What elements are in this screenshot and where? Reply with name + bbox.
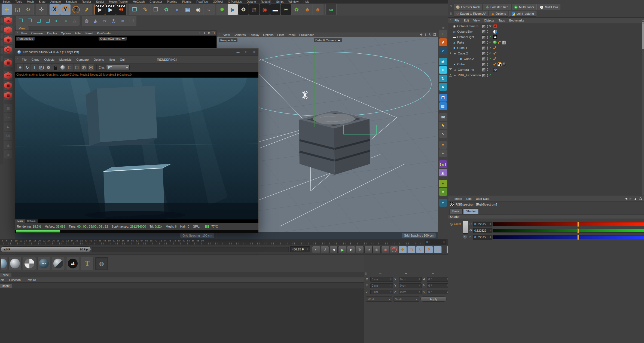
rotate-view-icon[interactable]: ↻ <box>429 33 431 36</box>
octane-camera-tag[interactable] <box>493 24 497 28</box>
layer-chip[interactable] <box>482 52 486 56</box>
character-rotate-icon[interactable]: ↻ <box>439 75 447 82</box>
live-viewer-menu-item[interactable]: Cloud <box>29 58 42 61</box>
play-loop-button[interactable]: ↻ <box>356 246 364 253</box>
play-forwards-button[interactable]: ▶ <box>338 246 346 253</box>
menubar-item[interactable]: 3DToAll <box>211 0 225 4</box>
timeline-ruler[interactable]: 4681012141618202224262830323436384042444… <box>0 239 448 245</box>
tab-shader[interactable]: Shader <box>463 209 479 214</box>
enabled-check-icon[interactable]: ✓ <box>489 57 492 60</box>
material-thumb-half[interactable] <box>52 257 65 270</box>
drag-handle[interactable] <box>16 58 18 61</box>
pan-view-icon[interactable]: ✛ <box>420 33 422 36</box>
layer-chip[interactable] <box>482 46 486 50</box>
goto-start-button[interactable]: ⇤ <box>312 246 320 253</box>
object-row[interactable]: +●PBR_Experiment✓ <box>448 72 644 78</box>
object-row[interactable]: ■Cube.1✓ <box>448 45 644 51</box>
key-pla-button[interactable]: ∷ <box>434 246 442 253</box>
multicloner-button[interactable]: MultiCloner <box>512 4 537 10</box>
object-row[interactable]: ▬OctaneLight✓ <box>448 34 644 40</box>
goto-end-button[interactable]: ⇥ <box>364 246 373 253</box>
drag-handle[interactable] <box>16 32 18 35</box>
spinner-icon[interactable]: ⇕ <box>443 241 445 243</box>
octane-camera-icon[interactable]: ◉ <box>4 35 13 44</box>
frame-spinner[interactable]: 0 F ⇕ <box>425 240 446 244</box>
position-x-field[interactable]: 0 cm⇕ <box>370 277 393 282</box>
copy-icon[interactable]: ❐ <box>439 94 447 102</box>
boole-intersect-button[interactable]: ◑ <box>61 16 70 25</box>
menubar-item[interactable]: Tools <box>13 0 25 4</box>
motion-paths-icon[interactable]: ≈ <box>439 83 447 91</box>
visibility-dots[interactable] <box>487 68 489 72</box>
projection-label[interactable]: Perspective <box>16 37 35 41</box>
live-viewer-menu-item[interactable]: Compare <box>74 58 91 61</box>
viewport-menu-item[interactable]: View <box>19 32 29 35</box>
forester-tree-button[interactable]: ♣ <box>302 4 312 15</box>
cone-sphere-2-icon[interactable]: ◮ <box>4 150 12 158</box>
enabled-check-icon[interactable]: ✓ <box>489 35 492 39</box>
live-viewer-menu-item[interactable]: File <box>19 58 29 61</box>
deformer-blob-button[interactable]: ◎ <box>109 16 118 25</box>
layer-chip[interactable] <box>482 35 486 39</box>
object-name[interactable]: OctaneSky <box>457 30 472 33</box>
object-row[interactable]: └■Cube.2✓ <box>448 56 644 62</box>
octane-list-icon[interactable]: ☰ <box>4 91 13 100</box>
select-cursor-icon[interactable]: ↖ <box>439 130 447 138</box>
expand-color-button[interactable]: ▸ <box>463 234 467 239</box>
play-backwards-button[interactable]: ↺ <box>321 246 329 253</box>
pen-visibility-icon[interactable]: ✎ <box>439 122 447 129</box>
render-view-button[interactable]: ▶ <box>95 4 105 15</box>
shader-section-header[interactable]: Shader <box>448 214 644 219</box>
live-viewer-menu-item[interactable]: Help <box>106 58 118 61</box>
menubar-item[interactable]: X-Particles <box>225 0 244 4</box>
key-position-button[interactable]: ✛ <box>399 246 407 253</box>
drag-handle[interactable] <box>450 12 452 15</box>
menubar-item[interactable]: Redshift <box>258 0 274 4</box>
am-menu-item[interactable]: Mode <box>452 197 464 200</box>
om-menu-item[interactable]: File <box>452 19 462 22</box>
enabled-check-icon[interactable]: ✓ <box>489 46 492 50</box>
drag-handle[interactable] <box>218 33 220 36</box>
current-frame-field[interactable]: 456.25 F ⇕ <box>290 246 310 252</box>
menubar-item[interactable]: Animate <box>48 0 63 4</box>
deformer-cage-button[interactable]: ❒ <box>127 16 136 25</box>
deformer-cylinder-button[interactable]: ◭ <box>91 16 100 25</box>
menubar-item[interactable]: Window <box>286 0 301 4</box>
color-swatch[interactable] <box>463 221 468 234</box>
size-y-field[interactable]: 0 cm⇕ <box>399 283 422 288</box>
last-used-tool[interactable]: ✛ <box>36 4 47 15</box>
menubar-item[interactable]: Select <box>0 0 13 4</box>
subdivision-surface-button[interactable]: ❒ <box>151 4 161 15</box>
dark-sphere-tag[interactable] <box>502 62 506 66</box>
mograph-cloner-button[interactable]: ✿ <box>161 4 172 15</box>
timeline-dock-tab[interactable]: eline <box>0 273 11 277</box>
viewport-menu-item[interactable]: Filter <box>73 32 83 35</box>
material-shuffle-button[interactable]: ⇄ <box>66 257 79 270</box>
octane-live-viewer-button[interactable]: ▶ <box>228 4 238 15</box>
rotate-view-icon[interactable]: ↻ <box>207 31 210 35</box>
octane-settings-button[interactable]: ☸ <box>238 4 249 15</box>
phong-tag[interactable] <box>493 57 497 60</box>
dock-tab-stub[interactable] <box>1 25 3 31</box>
am-menu-item[interactable]: User Data <box>474 197 492 200</box>
enabled-check-icon[interactable]: ✓ <box>489 73 492 77</box>
visibility-dots[interactable] <box>487 57 489 61</box>
light-tag[interactable] <box>493 35 497 39</box>
object-name[interactable]: Camera_rig <box>458 68 474 71</box>
object-row[interactable]: ▲Cube <box>448 62 644 67</box>
search-icon[interactable] <box>639 197 642 200</box>
octane-sphere-icon[interactable]: ◯ <box>4 45 13 54</box>
material-thumb-3[interactable] <box>23 257 36 270</box>
range-end-label[interactable]: 90 F ▶ <box>80 248 88 251</box>
channel-r-slider[interactable] <box>493 222 644 226</box>
live-viewer-menu-item[interactable]: Objects <box>42 58 57 61</box>
apply-button[interactable]: Apply <box>420 296 447 302</box>
material-sphere-button[interactable]: ◍ <box>95 257 108 270</box>
key-rotation-button[interactable]: ↻ <box>416 246 424 253</box>
key-parameter-button[interactable]: P <box>425 246 433 253</box>
tab-basic[interactable]: Basic <box>449 209 463 214</box>
xyz-axes-icon[interactable]: XYZ <box>4 113 12 121</box>
viewport-menu-item[interactable]: Options <box>59 32 73 35</box>
viewport-menu-item[interactable]: ProRender <box>95 32 113 35</box>
object-name[interactable]: Cube.2 <box>464 57 474 60</box>
